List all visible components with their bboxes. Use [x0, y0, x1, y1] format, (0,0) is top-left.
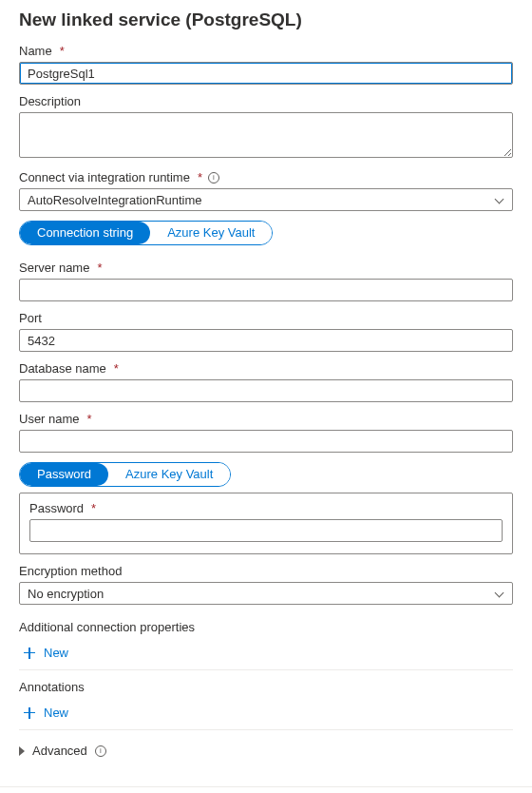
- tab-password[interactable]: Password: [20, 463, 108, 486]
- additional-props-label: Additional connection properties: [19, 620, 513, 634]
- required-asterisk: *: [114, 361, 119, 376]
- advanced-label: Advanced: [32, 744, 87, 758]
- add-annotation-button[interactable]: New: [19, 698, 72, 727]
- required-asterisk: *: [87, 412, 92, 426]
- runtime-select[interactable]: AutoResolveIntegrationRuntime: [19, 188, 513, 211]
- port-label: Port: [19, 311, 513, 325]
- page-title: New linked service (PostgreSQL): [19, 10, 513, 30]
- runtime-label: Connect via integration runtime * i: [19, 170, 513, 184]
- server-name-label: Server name *: [19, 261, 513, 275]
- add-additional-property-label: New: [44, 646, 68, 660]
- annotations-label-text: Annotations: [19, 680, 85, 694]
- port-input[interactable]: [19, 329, 513, 352]
- auth-method-tabs: Connection string Azure Key Vault: [19, 221, 273, 245]
- required-asterisk: *: [97, 261, 102, 275]
- password-label-text: Password: [29, 501, 84, 515]
- password-label: Password *: [29, 501, 503, 515]
- plus-icon: [23, 706, 36, 720]
- required-asterisk: *: [91, 501, 96, 515]
- encryption-label: Encryption method: [19, 564, 513, 578]
- encryption-selected-value: No encryption: [28, 587, 104, 601]
- divider: [19, 729, 513, 730]
- info-icon[interactable]: i: [95, 745, 106, 757]
- password-input[interactable]: [29, 519, 503, 542]
- user-name-label: User name *: [19, 412, 513, 426]
- description-label-text: Description: [19, 94, 81, 108]
- tab-password-key-vault[interactable]: Azure Key Vault: [108, 463, 230, 486]
- linked-service-panel: New linked service (PostgreSQL) Name * D…: [0, 0, 532, 786]
- required-asterisk: *: [198, 170, 202, 184]
- port-label-text: Port: [19, 311, 42, 325]
- server-name-label-text: Server name: [19, 261, 89, 275]
- user-name-label-text: User name: [19, 412, 80, 426]
- advanced-toggle[interactable]: Advanced i: [19, 740, 513, 773]
- required-asterisk: *: [60, 44, 65, 58]
- tab-azure-key-vault[interactable]: Azure Key Vault: [150, 222, 272, 244]
- info-icon[interactable]: i: [208, 172, 219, 184]
- database-name-label-text: Database name: [19, 361, 106, 376]
- description-textarea[interactable]: [19, 112, 513, 158]
- encryption-label-text: Encryption method: [19, 564, 122, 578]
- add-annotation-label: New: [44, 706, 68, 720]
- database-name-input[interactable]: [19, 379, 513, 402]
- add-additional-property-button[interactable]: New: [19, 638, 72, 667]
- chevron-down-icon: [495, 195, 504, 204]
- name-label-text: Name: [19, 44, 52, 58]
- additional-props-label-text: Additional connection properties: [19, 620, 195, 634]
- user-name-input[interactable]: [19, 430, 513, 453]
- tab-connection-string[interactable]: Connection string: [20, 222, 150, 244]
- annotations-label: Annotations: [19, 680, 513, 694]
- runtime-selected-value: AutoResolveIntegrationRuntime: [28, 193, 202, 207]
- plus-icon: [23, 647, 36, 660]
- server-name-input[interactable]: [19, 279, 513, 301]
- divider: [19, 669, 513, 670]
- encryption-select[interactable]: No encryption: [19, 582, 513, 605]
- runtime-label-text: Connect via integration runtime: [19, 170, 190, 184]
- name-input[interactable]: [19, 62, 513, 85]
- password-source-tabs: Password Azure Key Vault: [19, 462, 231, 487]
- database-name-label: Database name *: [19, 361, 513, 376]
- triangle-right-icon: [19, 746, 25, 756]
- chevron-down-icon: [495, 589, 504, 598]
- description-label: Description: [19, 94, 513, 108]
- name-label: Name *: [19, 44, 513, 58]
- password-box: Password *: [19, 493, 513, 554]
- footer: Create Back Test connection Cancel: [0, 786, 532, 793]
